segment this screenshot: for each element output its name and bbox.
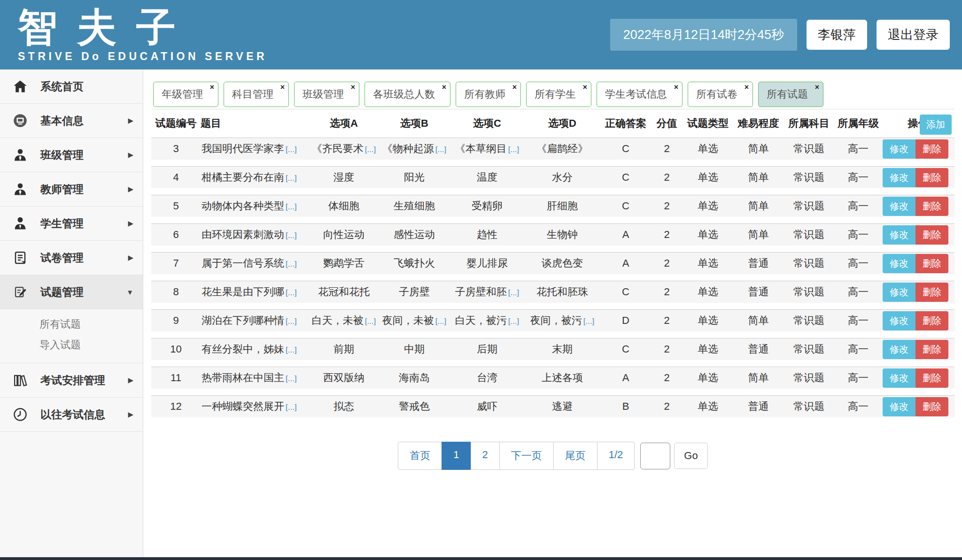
close-icon[interactable]: × bbox=[745, 84, 749, 91]
edit-button[interactable]: 修改 bbox=[883, 254, 915, 273]
delete-button[interactable]: 删除 bbox=[915, 197, 948, 216]
sidebar-item-3[interactable]: 班级管理▶ bbox=[0, 138, 143, 172]
expand-ellipsis-link[interactable]: [...] bbox=[365, 317, 376, 326]
cell-option-b: 生殖细胞 bbox=[379, 199, 450, 213]
delete-button[interactable]: 删除 bbox=[915, 340, 948, 359]
cell-grade: 高一 bbox=[835, 228, 882, 242]
cell-subject: 常识题 bbox=[783, 399, 835, 414]
expand-ellipsis-link[interactable]: [...] bbox=[435, 317, 447, 326]
tab-3[interactable]: 班级管理× bbox=[294, 82, 359, 107]
edit-button[interactable]: 修改 bbox=[883, 283, 915, 302]
close-icon[interactable]: × bbox=[512, 84, 517, 91]
expand-ellipsis-link[interactable]: [...] bbox=[508, 145, 520, 154]
close-icon[interactable]: × bbox=[351, 84, 355, 91]
sidebar-item-8[interactable]: 考试安排管理▶ bbox=[0, 363, 143, 398]
pagination-first[interactable]: 首页 bbox=[398, 442, 442, 470]
delete-button[interactable]: 删除 bbox=[915, 168, 948, 187]
delete-button[interactable]: 删除 bbox=[915, 254, 948, 273]
edit-button[interactable]: 修改 bbox=[883, 397, 915, 416]
cell-option-b-text: 阳光 bbox=[404, 171, 425, 183]
expand-ellipsis-link[interactable]: [...] bbox=[286, 145, 297, 154]
edit-button[interactable]: 修改 bbox=[883, 139, 915, 159]
expand-ellipsis-link[interactable]: [...] bbox=[508, 317, 520, 326]
tab-5[interactable]: 所有教师× bbox=[456, 82, 521, 107]
close-icon[interactable]: × bbox=[442, 84, 446, 91]
cell-score-text: 2 bbox=[664, 229, 669, 240]
cell-option-a-text: 向性运动 bbox=[323, 229, 365, 240]
cell-option-a-text: 体细胞 bbox=[328, 200, 359, 212]
tab-9[interactable]: 所有试题× bbox=[758, 82, 823, 107]
add-button[interactable]: 添加 bbox=[920, 115, 952, 135]
cell-score: 2 bbox=[652, 315, 682, 327]
expand-ellipsis-link[interactable]: [...] bbox=[286, 345, 297, 354]
cell-title-text: 一种蝴蝶突然展开 bbox=[202, 400, 284, 412]
page-number-input[interactable] bbox=[640, 443, 670, 469]
cell-score: 2 bbox=[652, 400, 682, 413]
username-button[interactable]: 李银萍 bbox=[807, 20, 867, 50]
delete-button[interactable]: 删除 bbox=[915, 311, 948, 330]
edit-button[interactable]: 修改 bbox=[883, 311, 915, 330]
submenu-item-1[interactable]: 所有试题 bbox=[0, 314, 143, 335]
expand-ellipsis-link[interactable]: [...] bbox=[286, 317, 297, 326]
expand-ellipsis-link[interactable]: [...] bbox=[508, 288, 520, 297]
sidebar-item-5[interactable]: 学生管理▶ bbox=[0, 207, 143, 241]
cell-question-id: 9 bbox=[151, 315, 201, 327]
cell-option-c: 白天，被污[...] bbox=[450, 314, 525, 328]
go-button[interactable]: Go bbox=[674, 443, 707, 469]
close-icon[interactable]: × bbox=[815, 84, 819, 91]
expand-ellipsis-link[interactable]: [...] bbox=[286, 374, 297, 383]
expand-ellipsis-link[interactable]: [...] bbox=[286, 288, 297, 297]
pagination-page-2[interactable]: 2 bbox=[471, 442, 500, 470]
delete-button[interactable]: 删除 bbox=[915, 283, 948, 302]
expand-ellipsis-link[interactable]: [...] bbox=[435, 145, 447, 154]
cell-question-type: 单选 bbox=[682, 170, 734, 184]
sidebar-item-2[interactable]: 基本信息▶ bbox=[0, 104, 143, 138]
tab-6[interactable]: 所有学生× bbox=[526, 82, 591, 107]
tab-label: 年级管理 bbox=[162, 88, 203, 100]
tab-2[interactable]: 科目管理× bbox=[224, 82, 289, 107]
cell-option-a: 向性运动 bbox=[309, 228, 379, 242]
tab-8[interactable]: 所有试卷× bbox=[688, 82, 753, 107]
sidebar-item-6[interactable]: 试卷管理▶ bbox=[0, 241, 143, 275]
sidebar-item-label: 基本信息 bbox=[40, 114, 84, 128]
delete-button[interactable]: 删除 bbox=[915, 225, 948, 245]
cell-option-a-text: 鹦鹉学舌 bbox=[323, 257, 365, 269]
edit-button[interactable]: 修改 bbox=[883, 197, 915, 216]
delete-button[interactable]: 删除 bbox=[915, 139, 948, 159]
delete-button[interactable]: 删除 bbox=[915, 368, 948, 388]
cell-subject: 常识题 bbox=[783, 170, 835, 184]
edit-button[interactable]: 修改 bbox=[883, 340, 915, 359]
edit-button[interactable]: 修改 bbox=[883, 368, 915, 388]
edit-button[interactable]: 修改 bbox=[883, 168, 915, 187]
delete-button[interactable]: 删除 bbox=[915, 397, 948, 416]
sidebar-item-4[interactable]: 教师管理▶ bbox=[0, 172, 143, 207]
submenu-item-2[interactable]: 导入试题 bbox=[0, 335, 143, 355]
expand-ellipsis-link[interactable]: [...] bbox=[583, 317, 595, 326]
close-icon[interactable]: × bbox=[280, 84, 285, 91]
cell-difficulty: 简单 bbox=[734, 314, 783, 328]
expand-ellipsis-link[interactable]: [...] bbox=[286, 260, 297, 268]
expand-ellipsis-link[interactable]: [...] bbox=[286, 403, 297, 412]
tab-7[interactable]: 学生考试信息× bbox=[597, 82, 683, 107]
expand-ellipsis-link[interactable]: [...] bbox=[365, 145, 376, 154]
tab-4[interactable]: 各班级总人数× bbox=[365, 82, 450, 107]
sidebar-item-7[interactable]: 试题管理▼ bbox=[0, 275, 143, 309]
sidebar-item-1[interactable]: 系统首页 bbox=[0, 69, 143, 104]
close-icon[interactable]: × bbox=[674, 84, 678, 91]
pagination-next[interactable]: 下一页 bbox=[499, 442, 554, 470]
tab-1[interactable]: 年级管理× bbox=[153, 82, 218, 107]
pagination-last[interactable]: 尾页 bbox=[553, 442, 597, 470]
logout-button[interactable]: 退出登录 bbox=[877, 20, 950, 50]
expand-ellipsis-link[interactable]: [...] bbox=[286, 174, 297, 183]
sidebar-item-9[interactable]: 以往考试信息▶ bbox=[0, 398, 143, 432]
edit-button[interactable]: 修改 bbox=[883, 225, 915, 245]
expand-ellipsis-link[interactable]: [...] bbox=[286, 202, 297, 211]
cell-question-type-text: 单选 bbox=[698, 200, 718, 212]
expand-ellipsis-link[interactable]: [...] bbox=[286, 231, 297, 240]
close-icon[interactable]: × bbox=[583, 84, 587, 91]
sidebar-item-label: 系统首页 bbox=[40, 79, 84, 94]
cell-actions: 修改删除 bbox=[882, 397, 954, 416]
pagination-page-1[interactable]: 1 bbox=[442, 442, 471, 470]
close-icon[interactable]: × bbox=[210, 84, 214, 91]
cell-option-d-text: 逃避 bbox=[552, 400, 573, 412]
